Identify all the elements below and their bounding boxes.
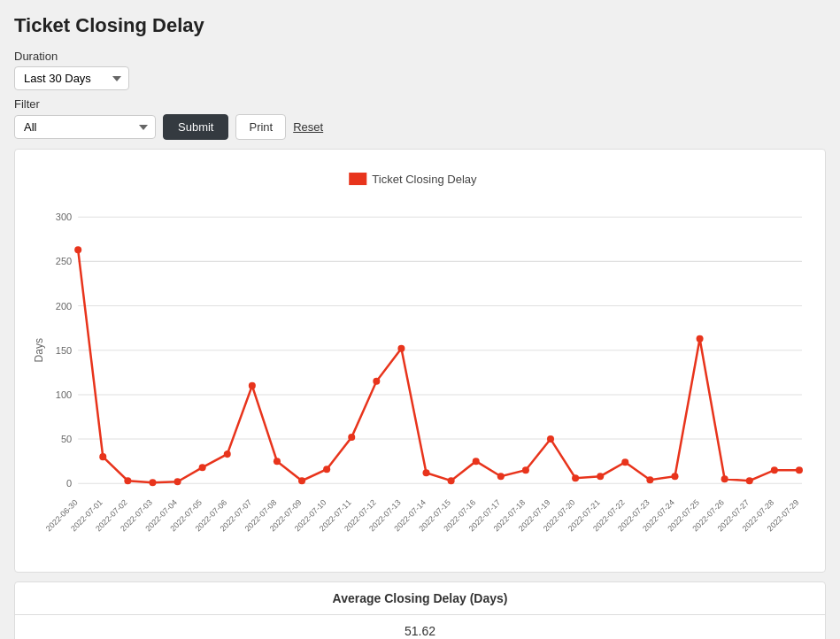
data-point-21 [597,473,604,480]
controls-panel: Duration Last 30 Days Last 60 Days Last … [14,50,826,140]
data-point-11 [348,434,355,441]
duration-label: Duration [14,50,826,63]
chart-svg: Ticket Closing Delay 0 50 100 150 200 25… [29,164,811,555]
filter-group: Filter All Open Closed Pending Submit Pr… [14,97,826,140]
data-point-6 [224,450,231,458]
page-title: Ticket Closing Delay [14,14,826,37]
data-point-27 [746,477,753,484]
legend-label: Ticket Closing Delay [372,173,477,186]
chart-area: Ticket Closing Delay 0 50 100 150 200 25… [29,164,811,558]
data-point-5 [199,464,206,471]
duration-select[interactable]: Last 30 Days Last 60 Days Last 90 Days C… [14,66,129,90]
data-point-8 [274,458,281,465]
data-point-7 [249,382,256,389]
data-point-14 [423,469,430,476]
duration-group: Duration Last 30 Days Last 60 Days Last … [14,50,826,90]
summary-header: Average Closing Delay (Days) [15,582,825,615]
data-line [78,250,799,482]
y-label-0: 0 [66,478,72,489]
y-label-300: 300 [56,212,72,222]
summary-value: 51.62 [15,615,825,640]
summary-table: Average Closing Delay (Days) 51.62 [14,581,826,640]
chart-container: Ticket Closing Delay 0 50 100 150 200 25… [14,149,826,573]
print-button[interactable]: Print [235,114,286,140]
y-label-250: 250 [56,256,72,266]
data-point-3 [149,479,156,486]
data-point-1 [99,453,106,460]
data-point-24 [671,473,678,480]
data-point-9 [298,477,305,484]
data-point-19 [547,435,554,443]
data-point-16 [473,458,480,465]
reset-button[interactable]: Reset [293,120,323,134]
data-point-10 [323,466,330,473]
y-label-150: 150 [56,345,72,356]
data-point-13 [397,345,405,352]
y-axis-title: Days [33,338,45,362]
data-point-18 [522,466,529,473]
data-point-17 [497,473,505,480]
filter-row: All Open Closed Pending Submit Print Res… [14,114,826,140]
data-point-25 [697,335,704,343]
filter-select[interactable]: All Open Closed Pending [14,115,156,139]
y-label-100: 100 [56,389,72,400]
data-point-2 [124,477,131,484]
data-point-26 [721,475,728,482]
data-point-28 [771,466,778,473]
data-point-12 [373,378,380,385]
data-point-23 [646,476,653,483]
y-label-50: 50 [61,434,72,444]
legend-color [349,173,366,185]
data-point-15 [448,477,455,484]
data-point-0 [74,246,81,253]
data-point-4 [174,478,181,485]
data-point-22 [621,458,628,466]
data-point-20 [572,474,579,481]
submit-button[interactable]: Submit [163,114,228,140]
y-label-200: 200 [56,301,72,312]
data-point-29 [796,466,803,473]
filter-label: Filter [14,97,826,111]
